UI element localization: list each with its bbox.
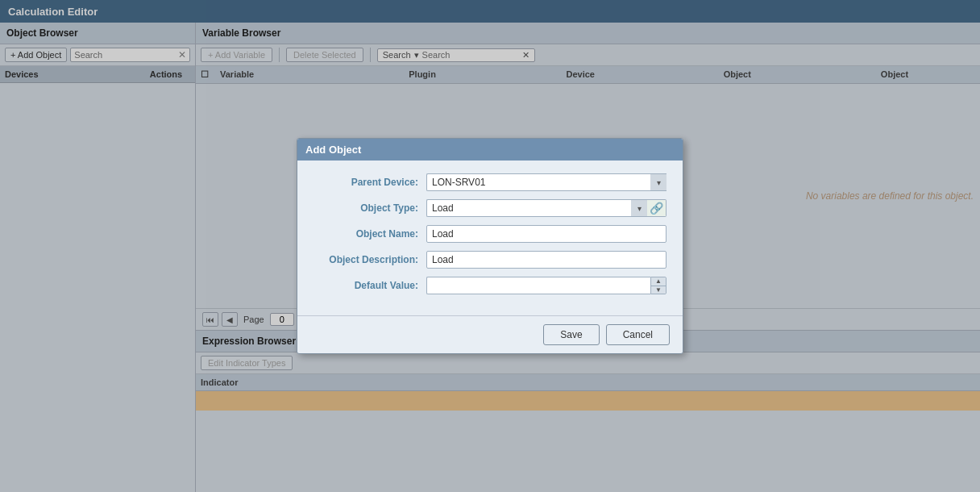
default-value-row: Default Value: ▲ ▼: [314, 277, 666, 294]
modal-footer: Save Cancel: [297, 315, 683, 353]
save-button[interactable]: Save: [543, 324, 599, 345]
object-type-link-button[interactable]: 🔗: [647, 199, 666, 217]
object-type-dropdown-arrow[interactable]: ▾: [631, 199, 647, 217]
object-description-control: Load: [426, 251, 666, 269]
default-value-spinner-buttons: ▲ ▼: [650, 277, 666, 294]
parent-device-control: LON-SRV01 ▾: [426, 173, 666, 191]
object-type-select-wrap: Load ▾ 🔗: [426, 199, 666, 217]
modal-body: Parent Device: LON-SRV01 ▾ Object Type:: [297, 161, 683, 315]
add-object-dialog: Add Object Parent Device: LON-SRV01 ▾ Ob…: [297, 138, 683, 354]
object-type-row: Object Type: Load ▾ 🔗: [314, 199, 666, 217]
object-name-control: Load: [426, 225, 666, 243]
cancel-button[interactable]: Cancel: [606, 324, 670, 345]
parent-device-select[interactable]: LON-SRV01: [426, 173, 650, 191]
object-description-label: Object Description:: [314, 254, 426, 265]
default-value-label: Default Value:: [314, 280, 426, 291]
object-type-label: Object Type:: [314, 202, 426, 214]
object-name-row: Object Name: Load: [314, 225, 666, 243]
parent-device-row: Parent Device: LON-SRV01 ▾: [314, 173, 666, 191]
default-value-spinner-wrap: ▲ ▼: [426, 277, 666, 294]
object-description-row: Object Description: Load: [314, 251, 666, 269]
parent-device-select-wrap: LON-SRV01 ▾: [426, 173, 666, 191]
object-description-input[interactable]: Load: [426, 251, 666, 269]
default-value-decrement-button[interactable]: ▼: [651, 286, 666, 294]
parent-device-dropdown-arrow[interactable]: ▾: [650, 173, 666, 191]
default-value-input[interactable]: [426, 277, 650, 294]
object-type-select[interactable]: Load: [426, 199, 631, 217]
modal-overlay: Add Object Parent Device: LON-SRV01 ▾ Ob…: [0, 0, 980, 492]
object-type-control: Load ▾ 🔗: [426, 199, 666, 217]
modal-title: Add Object: [297, 139, 683, 161]
parent-device-label: Parent Device:: [314, 177, 426, 188]
object-name-input[interactable]: Load: [426, 225, 666, 243]
default-value-increment-button[interactable]: ▲: [651, 277, 666, 286]
default-value-control: ▲ ▼: [426, 277, 666, 294]
object-name-label: Object Name:: [314, 228, 426, 240]
